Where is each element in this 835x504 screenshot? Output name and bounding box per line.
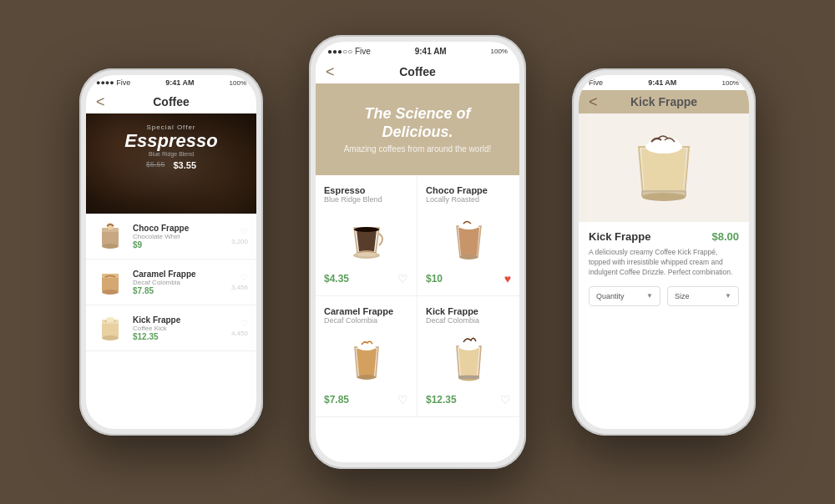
hero-new-price: $3.55: [174, 160, 197, 170]
right-signal: Five: [589, 78, 603, 87]
grid-name-3: Caramel Frappe: [324, 306, 408, 316]
svg-point-25: [642, 193, 686, 201]
svg-point-2: [102, 244, 119, 249]
heart-icon-3[interactable]: ♡: [240, 319, 248, 328]
grid-desc-3: Decaf Colombia: [324, 316, 408, 325]
kick-frappe-cup-icon: [450, 330, 488, 388]
choco-image: [426, 209, 511, 267]
right-nav-title: Kick Frappe: [630, 95, 697, 108]
phone-right: Five 9:41 AM 100% < Kick Frappe: [572, 68, 756, 436]
center-hero-sub: Amazing coffees from around the world!: [344, 144, 492, 154]
hero-old-price: $5.55: [146, 160, 165, 170]
left-thumb-2: [94, 266, 126, 298]
item-price-2: $7.85: [133, 286, 225, 295]
svg-point-18: [357, 375, 376, 380]
center-hero: The Science of Delicious. Amazing coffee…: [316, 83, 519, 175]
left-item-meta-3: ♡ 4,450: [231, 319, 248, 337]
grid-item-caramel[interactable]: Caramel Frappe Decaf Colombia: [316, 296, 418, 417]
left-item-meta-1: ♡ 3,200: [231, 227, 248, 245]
kick-image: [426, 330, 511, 388]
svg-point-9: [102, 335, 119, 340]
quantity-label: Quantity: [596, 292, 625, 300]
left-signal: ●●●● Five: [96, 78, 130, 87]
grid-desc-2: Locally Roasted: [426, 195, 511, 204]
grid-name-4: Kick Frappe: [426, 306, 511, 316]
phone-left: ●●●● Five 9:41 AM 100% < Coffee Special …: [79, 68, 263, 436]
center-nav-title: Coffee: [399, 65, 436, 78]
right-product-image-area: [579, 113, 749, 222]
svg-rect-21: [458, 375, 479, 379]
grid-item-choco[interactable]: Choco Frappe Locally Roasted: [418, 175, 519, 296]
espresso-image: [324, 209, 408, 267]
grid-footer-4: $12.35 ♡: [426, 393, 511, 406]
kick-cup-small-icon: [97, 313, 124, 343]
grid-price-4: $12.35: [426, 394, 457, 406]
size-chevron-icon: ▼: [725, 292, 731, 300]
left-item-info-3: Kick Frappe Coffee Kick $12.35: [133, 315, 225, 341]
choco-frappe-cup-icon: [450, 211, 488, 265]
caramel-cup-icon: [97, 267, 124, 297]
item-desc-2: Decaf Colombia: [133, 279, 225, 286]
choco-cup-icon: [97, 221, 124, 251]
heart-filled-icon-2[interactable]: ♥: [504, 272, 511, 285]
size-selector[interactable]: Size ▼: [667, 286, 739, 306]
list-item[interactable]: Kick Frappe Coffee Kick $12.35 ♡ 4,450: [86, 305, 256, 351]
kick-frappe-large-icon: [626, 122, 701, 214]
right-product-price: $8.00: [711, 230, 739, 243]
hero-product-sub: Blue Ridge Blend: [96, 151, 246, 157]
grid-name-1: Espresso: [324, 185, 408, 195]
phones-container: ●●●● Five 9:41 AM 100% < Coffee Special …: [8, 10, 827, 494]
right-product-info: Kick Frappe $8.00 A deliciously creamy C…: [579, 222, 749, 315]
heart-empty-icon-1[interactable]: ♡: [397, 272, 408, 285]
left-screen: ●●●● Five 9:41 AM 100% < Coffee Special …: [86, 75, 256, 429]
left-nav-title: Coffee: [153, 95, 190, 108]
heart-icon-2[interactable]: ♡: [240, 273, 248, 282]
quantity-selector[interactable]: Quantity ▼: [589, 286, 660, 306]
grid-price-1: $4.35: [324, 273, 349, 285]
left-item-meta-2: ♡ 3,456: [231, 273, 248, 291]
right-product-name: Kick Frappe: [589, 230, 650, 243]
heart-empty-icon-3[interactable]: ♡: [397, 393, 408, 406]
grid-footer-1: $4.35 ♡: [324, 272, 408, 285]
caramel-image: [324, 330, 408, 388]
right-nav-bar: < Kick Frappe: [579, 90, 749, 113]
left-status-bar: ●●●● Five 9:41 AM 100%: [86, 75, 256, 90]
left-battery: 100%: [230, 79, 246, 87]
likes-3: 4,450: [231, 330, 248, 337]
left-nav-bar: < Coffee: [86, 90, 256, 113]
center-screen: ●●●○○ Five 9:41 AM 100% < Coffee The Sci…: [316, 42, 519, 462]
center-status-bar: ●●●○○ Five 9:41 AM 100%: [316, 42, 519, 60]
center-nav-bar: < Coffee: [316, 60, 519, 83]
grid-item-espresso[interactable]: Espresso Blue Ridge Blend: [316, 175, 418, 296]
left-hero: Special Offer Esspresso Blue Ridge Blend…: [86, 113, 256, 214]
right-back-button[interactable]: <: [589, 93, 598, 111]
right-battery: 100%: [722, 79, 739, 87]
center-time: 9:41 AM: [415, 47, 447, 56]
grid-desc-1: Blue Ridge Blend: [324, 195, 408, 204]
list-item[interactable]: Caramel Frappe Decaf Colombia $7.85 ♡ 3,…: [86, 260, 256, 305]
center-battery: 100%: [491, 48, 508, 55]
item-price-3: $12.35: [133, 332, 225, 341]
heart-icon-1[interactable]: ♡: [240, 227, 248, 236]
phone-center: ●●●○○ Five 9:41 AM 100% < Coffee The Sci…: [309, 35, 526, 469]
right-selectors: Quantity ▼ Size ▼: [589, 286, 739, 306]
quantity-chevron-icon: ▼: [646, 292, 653, 300]
likes-2: 3,456: [231, 284, 248, 291]
hero-product-name: Esspresso: [96, 131, 246, 151]
grid-item-kick[interactable]: Kick Frappe Decaf Colombia: [418, 296, 519, 417]
center-signal: ●●●○○ Five: [327, 47, 371, 56]
left-item-info-1: Choco Frappe Chocolate Whirl $9: [133, 224, 225, 249]
left-coffee-list: Choco Frappe Chocolate Whirl $9 ♡ 3,200: [86, 214, 256, 351]
left-time: 9:41 AM: [165, 78, 194, 87]
right-screen: Five 9:41 AM 100% < Kick Frappe: [579, 75, 749, 429]
grid-price-2: $10: [426, 273, 443, 285]
list-item[interactable]: Choco Frappe Chocolate Whirl $9 ♡ 3,200: [86, 214, 256, 260]
grid-desc-4: Decaf Colombia: [426, 316, 511, 325]
svg-point-11: [354, 227, 379, 232]
center-back-button[interactable]: <: [326, 63, 335, 81]
item-name-2: Caramel Frappe: [133, 270, 225, 279]
left-thumb-1: [94, 220, 126, 252]
left-back-button[interactable]: <: [96, 93, 105, 111]
heart-empty-icon-4[interactable]: ♡: [500, 393, 511, 406]
right-status-bar: Five 9:41 AM 100%: [579, 75, 749, 90]
